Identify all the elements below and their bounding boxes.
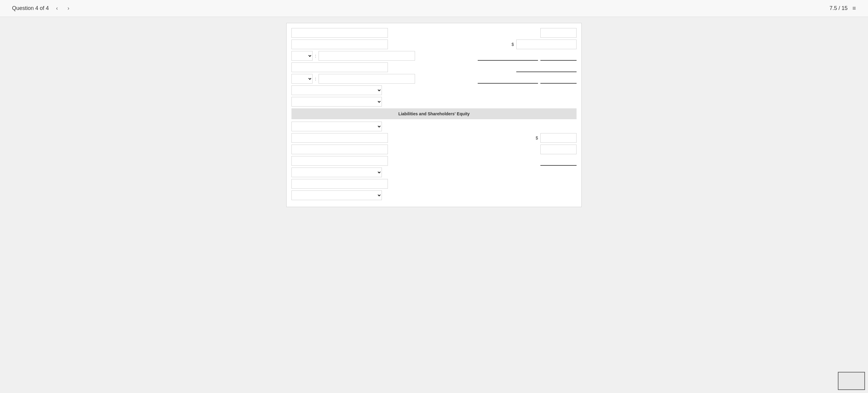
liab-row3-right-input[interactable] <box>540 145 577 154</box>
liabilities-section: $ <box>291 122 577 200</box>
top-row1-right-input[interactable] <box>540 28 577 38</box>
liab-row4-left-input[interactable] <box>291 156 388 166</box>
form-row-1 <box>291 28 577 38</box>
prev-button[interactable]: ‹ <box>54 4 60 13</box>
header: Question 4 of 4 ‹ › 7.5 / 15 ≡ <box>0 0 868 17</box>
liab-row2-left-input[interactable] <box>291 133 388 143</box>
top-row5-input[interactable] <box>318 74 415 84</box>
header-right: 7.5 / 15 ≡ <box>830 5 856 12</box>
liab-row-5 <box>291 168 577 177</box>
liab-row-2: $ <box>291 133 577 143</box>
menu-icon[interactable]: ≡ <box>852 5 856 12</box>
liab-row4-right-input[interactable] <box>540 156 577 166</box>
top-row1-left-input[interactable] <box>291 28 388 38</box>
liab-row6-left-input[interactable] <box>291 179 388 189</box>
top-row4-left-input[interactable] <box>291 62 388 72</box>
form-container: $ : <box>286 23 582 207</box>
form-row-7 <box>291 97 577 107</box>
colon-2: : <box>315 76 316 81</box>
question-label: Question 4 of 4 <box>12 5 49 11</box>
liab-row3-left-input[interactable] <box>291 145 388 154</box>
top-row2-right-input[interactable] <box>516 39 577 49</box>
top-section: $ : <box>291 28 577 107</box>
top-row4-right-input[interactable] <box>516 62 577 72</box>
top-row5-select[interactable] <box>291 74 313 84</box>
liab-row-6 <box>291 179 577 189</box>
header-left: Question 4 of 4 ‹ › <box>12 4 72 13</box>
liab-row-1 <box>291 122 577 131</box>
form-row-5: : <box>291 74 577 84</box>
form-row-3: : <box>291 51 577 61</box>
top-row3-input[interactable] <box>318 51 415 61</box>
top-row3-select[interactable] <box>291 51 313 61</box>
top-row3-right2-input[interactable] <box>540 51 577 61</box>
colon-1: : <box>315 53 316 58</box>
liab-row-7 <box>291 191 577 200</box>
top-row6-select[interactable] <box>291 85 382 95</box>
liab-row1-select[interactable] <box>291 122 382 131</box>
top-row2-left-input[interactable] <box>291 39 388 49</box>
liab-row-4 <box>291 156 577 166</box>
top-row3-right1-input[interactable] <box>478 51 538 61</box>
dollar-sign-1: $ <box>512 42 514 47</box>
liab-row5-select[interactable] <box>291 168 382 177</box>
main-content: $ : <box>0 17 868 213</box>
form-row-6 <box>291 85 577 95</box>
scroll-area: $ : <box>286 23 582 207</box>
top-row5-right1-input[interactable] <box>478 74 538 84</box>
liabilities-section-header: Liabilities and Shareholders' Equity <box>291 108 577 119</box>
top-row5-right2-input[interactable] <box>540 74 577 84</box>
form-row-2: $ <box>291 39 577 49</box>
liab-row-3 <box>291 145 577 154</box>
liab-row2-right-input[interactable] <box>540 133 577 143</box>
score-label: 7.5 / 15 <box>830 5 847 11</box>
top-row7-select[interactable] <box>291 97 382 107</box>
next-button[interactable]: › <box>65 4 72 13</box>
form-row-4 <box>291 62 577 72</box>
liab-row7-select[interactable] <box>291 191 382 200</box>
dollar-sign-2: $ <box>535 136 538 140</box>
